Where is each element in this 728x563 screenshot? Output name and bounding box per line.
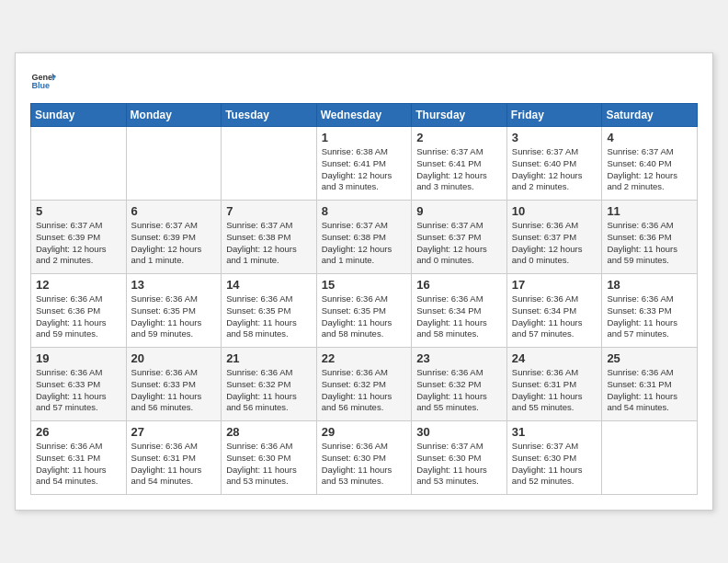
day-number: 17 — [512, 278, 597, 292]
day-cell: 10Sunrise: 6:36 AM Sunset: 6:37 PM Dayli… — [506, 201, 602, 274]
weekday-header-monday: Monday — [126, 104, 222, 127]
header: General Blue — [30, 68, 698, 94]
day-cell: 13Sunrise: 6:36 AM Sunset: 6:35 PM Dayli… — [126, 274, 222, 348]
day-number: 27 — [131, 425, 217, 439]
week-row-2: 5Sunrise: 6:37 AM Sunset: 6:39 PM Daylig… — [31, 201, 698, 274]
day-cell: 11Sunrise: 6:36 AM Sunset: 6:36 PM Dayli… — [602, 201, 698, 274]
day-cell: 22Sunrise: 6:36 AM Sunset: 6:32 PM Dayli… — [316, 348, 412, 421]
day-info: Sunrise: 6:36 AM Sunset: 6:36 PM Dayligh… — [607, 220, 692, 267]
weekday-header-thursday: Thursday — [412, 104, 507, 127]
day-number: 13 — [131, 278, 217, 292]
day-number: 30 — [416, 425, 502, 439]
day-number: 16 — [416, 278, 502, 292]
day-info: Sunrise: 6:36 AM Sunset: 6:30 PM Dayligh… — [322, 441, 407, 488]
day-info: Sunrise: 6:37 AM Sunset: 6:30 PM Dayligh… — [416, 441, 502, 488]
day-cell: 20Sunrise: 6:36 AM Sunset: 6:33 PM Dayli… — [126, 348, 222, 421]
day-info: Sunrise: 6:36 AM Sunset: 6:35 PM Dayligh… — [226, 293, 312, 340]
day-cell: 28Sunrise: 6:36 AM Sunset: 6:30 PM Dayli… — [222, 421, 317, 495]
day-info: Sunrise: 6:37 AM Sunset: 6:39 PM Dayligh… — [36, 220, 121, 267]
day-cell: 27Sunrise: 6:36 AM Sunset: 6:31 PM Dayli… — [126, 421, 222, 495]
day-cell: 23Sunrise: 6:36 AM Sunset: 6:32 PM Dayli… — [412, 348, 507, 421]
day-info: Sunrise: 6:36 AM Sunset: 6:37 PM Dayligh… — [512, 220, 597, 267]
day-info: Sunrise: 6:37 AM Sunset: 6:38 PM Dayligh… — [226, 220, 312, 267]
day-cell: 2Sunrise: 6:37 AM Sunset: 6:41 PM Daylig… — [412, 127, 507, 201]
day-cell: 26Sunrise: 6:36 AM Sunset: 6:31 PM Dayli… — [31, 421, 127, 495]
day-info: Sunrise: 6:36 AM Sunset: 6:34 PM Dayligh… — [512, 293, 597, 340]
day-cell: 25Sunrise: 6:36 AM Sunset: 6:31 PM Dayli… — [602, 348, 698, 421]
day-number: 23 — [416, 351, 502, 365]
day-info: Sunrise: 6:36 AM Sunset: 6:31 PM Dayligh… — [36, 441, 121, 488]
day-number: 7 — [226, 204, 312, 218]
day-info: Sunrise: 6:36 AM Sunset: 6:36 PM Dayligh… — [36, 293, 121, 340]
day-number: 5 — [36, 204, 121, 218]
day-cell: 8Sunrise: 6:37 AM Sunset: 6:38 PM Daylig… — [316, 201, 412, 274]
day-number: 18 — [607, 278, 692, 292]
weekday-header-wednesday: Wednesday — [316, 104, 412, 127]
day-cell: 29Sunrise: 6:36 AM Sunset: 6:30 PM Dayli… — [316, 421, 412, 495]
day-number: 28 — [226, 425, 312, 439]
day-info: Sunrise: 6:36 AM Sunset: 6:32 PM Dayligh… — [322, 367, 407, 414]
day-number: 8 — [322, 204, 407, 218]
day-cell: 12Sunrise: 6:36 AM Sunset: 6:36 PM Dayli… — [31, 274, 127, 348]
day-cell: 3Sunrise: 6:37 AM Sunset: 6:40 PM Daylig… — [506, 127, 602, 201]
calendar-table: SundayMondayTuesdayWednesdayThursdayFrid… — [30, 103, 698, 495]
day-info: Sunrise: 6:36 AM Sunset: 6:32 PM Dayligh… — [226, 367, 312, 414]
day-cell: 18Sunrise: 6:36 AM Sunset: 6:33 PM Dayli… — [602, 274, 698, 348]
day-number: 9 — [416, 204, 502, 218]
day-info: Sunrise: 6:38 AM Sunset: 6:41 PM Dayligh… — [322, 146, 407, 193]
day-cell: 30Sunrise: 6:37 AM Sunset: 6:30 PM Dayli… — [412, 421, 507, 495]
day-cell: 21Sunrise: 6:36 AM Sunset: 6:32 PM Dayli… — [222, 348, 317, 421]
day-cell: 19Sunrise: 6:36 AM Sunset: 6:33 PM Dayli… — [31, 348, 127, 421]
day-info: Sunrise: 6:36 AM Sunset: 6:35 PM Dayligh… — [322, 293, 407, 340]
day-number: 19 — [36, 351, 121, 365]
logo-icon: General Blue — [30, 68, 56, 94]
day-cell — [31, 127, 127, 201]
day-info: Sunrise: 6:37 AM Sunset: 6:30 PM Dayligh… — [512, 441, 597, 488]
day-info: Sunrise: 6:36 AM Sunset: 6:31 PM Dayligh… — [131, 441, 217, 488]
svg-text:Blue: Blue — [31, 81, 50, 90]
day-cell: 16Sunrise: 6:36 AM Sunset: 6:34 PM Dayli… — [412, 274, 507, 348]
day-info: Sunrise: 6:36 AM Sunset: 6:31 PM Dayligh… — [512, 367, 597, 414]
day-number: 12 — [36, 278, 121, 292]
day-info: Sunrise: 6:37 AM Sunset: 6:40 PM Dayligh… — [512, 146, 597, 193]
day-cell: 24Sunrise: 6:36 AM Sunset: 6:31 PM Dayli… — [506, 348, 602, 421]
day-number: 22 — [322, 351, 407, 365]
day-number: 29 — [322, 425, 407, 439]
day-info: Sunrise: 6:36 AM Sunset: 6:34 PM Dayligh… — [416, 293, 502, 340]
calendar-container: General Blue SundayMondayTuesdayWednesda… — [15, 52, 713, 511]
day-cell: 9Sunrise: 6:37 AM Sunset: 6:37 PM Daylig… — [412, 201, 507, 274]
day-info: Sunrise: 6:37 AM Sunset: 6:37 PM Dayligh… — [416, 220, 502, 267]
day-cell: 14Sunrise: 6:36 AM Sunset: 6:35 PM Dayli… — [222, 274, 317, 348]
weekday-header-saturday: Saturday — [602, 104, 698, 127]
day-info: Sunrise: 6:36 AM Sunset: 6:33 PM Dayligh… — [607, 293, 692, 340]
week-row-3: 12Sunrise: 6:36 AM Sunset: 6:36 PM Dayli… — [31, 274, 698, 348]
week-row-1: 1Sunrise: 6:38 AM Sunset: 6:41 PM Daylig… — [31, 127, 698, 201]
weekday-header-sunday: Sunday — [31, 104, 127, 127]
day-info: Sunrise: 6:36 AM Sunset: 6:32 PM Dayligh… — [416, 367, 502, 414]
day-info: Sunrise: 6:37 AM Sunset: 6:39 PM Dayligh… — [131, 220, 217, 267]
day-cell: 6Sunrise: 6:37 AM Sunset: 6:39 PM Daylig… — [126, 201, 222, 274]
day-info: Sunrise: 6:37 AM Sunset: 6:40 PM Dayligh… — [607, 146, 692, 193]
weekday-header-friday: Friday — [506, 104, 602, 127]
day-cell: 5Sunrise: 6:37 AM Sunset: 6:39 PM Daylig… — [31, 201, 127, 274]
day-number: 11 — [607, 204, 692, 218]
day-cell: 7Sunrise: 6:37 AM Sunset: 6:38 PM Daylig… — [222, 201, 317, 274]
day-number: 10 — [512, 204, 597, 218]
week-row-4: 19Sunrise: 6:36 AM Sunset: 6:33 PM Dayli… — [31, 348, 698, 421]
day-number: 14 — [226, 278, 312, 292]
day-number: 2 — [416, 131, 502, 144]
day-number: 26 — [36, 425, 121, 439]
day-number: 20 — [131, 351, 217, 365]
day-info: Sunrise: 6:37 AM Sunset: 6:41 PM Dayligh… — [416, 146, 502, 193]
day-number: 24 — [512, 351, 597, 365]
logo: General Blue — [30, 68, 56, 94]
day-number: 25 — [607, 351, 692, 365]
day-number: 3 — [512, 131, 597, 144]
day-info: Sunrise: 6:36 AM Sunset: 6:31 PM Dayligh… — [607, 367, 692, 414]
week-row-5: 26Sunrise: 6:36 AM Sunset: 6:31 PM Dayli… — [31, 421, 698, 495]
day-number: 1 — [322, 131, 407, 144]
day-number: 21 — [226, 351, 312, 365]
day-cell: 15Sunrise: 6:36 AM Sunset: 6:35 PM Dayli… — [316, 274, 412, 348]
day-cell: 31Sunrise: 6:37 AM Sunset: 6:30 PM Dayli… — [506, 421, 602, 495]
day-info: Sunrise: 6:37 AM Sunset: 6:38 PM Dayligh… — [322, 220, 407, 267]
